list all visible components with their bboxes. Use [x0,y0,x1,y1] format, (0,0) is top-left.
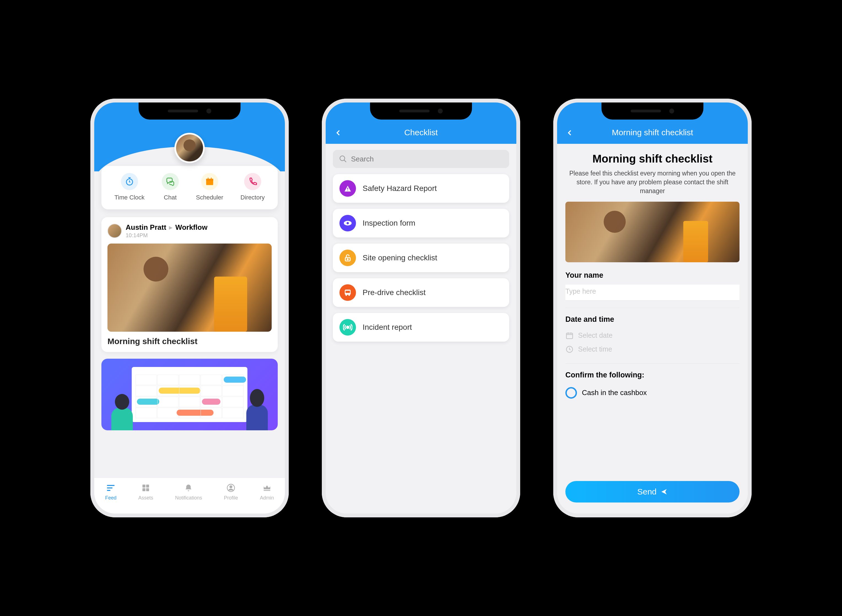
tab-label: Admin [260,495,274,501]
feed-post[interactable]: Austin Pratt ▸ Workflow 10:14PM Morning … [101,217,278,352]
search-icon [339,155,347,163]
phone-checklist: Checklist Safety Hazard Report Inspectio… [322,98,520,518]
eye-icon [339,215,356,232]
svg-rect-7 [142,488,145,491]
profile-icon [225,483,236,493]
svg-point-15 [347,259,348,260]
tab-label: Feed [105,495,117,501]
post-time: 10:14PM [126,232,272,239]
checklist-list: Safety Hazard Report Inspection form Sit… [326,174,516,342]
form-hero-image [565,202,739,262]
confirm-label: Confirm the following: [565,371,739,379]
svg-point-13 [347,222,349,224]
chat-icon [162,173,179,190]
quick-time-clock[interactable]: Time Clock [114,173,144,201]
time-field[interactable]: Select time [565,342,739,356]
quick-label: Time Clock [114,194,144,201]
search-bar[interactable] [333,150,509,168]
feed-screen: Time Clock Chat Scheduler Directory [94,103,285,513]
form-subtitle: Please feel this checklist every morning… [565,169,739,196]
breadcrumb-arrow-icon: ▸ [169,223,173,232]
svg-point-19 [349,295,350,296]
calendar-icon [201,173,218,190]
tab-profile[interactable]: Profile [224,483,238,501]
option-label: Cash in the cashbox [582,389,647,397]
item-label: Pre-drive checklist [362,288,426,297]
phone-icon [244,173,261,190]
post-author: Austin Pratt [126,223,166,232]
schedule-illustration [132,367,248,422]
quick-scheduler[interactable]: Scheduler [196,173,223,201]
phone-feed: Time Clock Chat Scheduler Directory [90,98,289,518]
confirm-option[interactable]: Cash in the cashbox [565,384,739,401]
send-label: Send [637,487,657,496]
page-title: Morning shift checklist [612,128,693,137]
send-button[interactable]: Send [565,481,739,503]
item-label: Incident report [362,323,412,332]
phone-form: Morning shift checklist Morning shift ch… [553,98,752,518]
name-label: Your name [565,271,739,280]
stopwatch-icon [121,173,138,190]
post-author-avatar[interactable] [107,224,122,238]
back-button[interactable] [333,127,344,138]
svg-rect-8 [146,488,149,491]
lock-icon [339,249,356,266]
quick-chat[interactable]: Chat [162,173,179,201]
search-input[interactable] [351,155,503,163]
quick-label: Scheduler [196,194,223,201]
svg-rect-2 [206,179,213,181]
svg-rect-17 [346,290,350,293]
send-icon [660,488,667,495]
bell-icon [183,483,194,493]
quick-directory[interactable]: Directory [241,173,265,201]
tab-assets[interactable]: Assets [138,483,153,501]
tab-notifications[interactable]: Notifications [175,483,202,501]
quick-label: Chat [164,194,177,201]
datetime-label: Date and time [565,315,739,324]
calendar-icon [565,331,574,340]
checklist-item[interactable]: Incident report [333,313,509,342]
svg-rect-6 [146,485,149,488]
date-field[interactable]: Select date [565,329,739,342]
checklist-item[interactable]: Inspection form [333,209,509,238]
svg-rect-3 [208,178,208,180]
date-placeholder: Select date [578,331,613,339]
bottom-tabs: Feed Assets Notifications Profile Admin [94,478,285,513]
post-image [107,243,272,332]
notch [601,103,703,120]
warning-icon [339,180,356,197]
checklist-item[interactable]: Site opening checklist [333,243,509,272]
svg-point-10 [230,486,232,488]
svg-rect-5 [142,485,145,488]
svg-rect-4 [211,178,211,180]
form-body[interactable]: Morning shift checklist Please feel this… [557,144,748,513]
svg-point-20 [347,326,349,329]
feed-icon [105,483,116,493]
tab-label: Notifications [175,495,202,501]
schedule-promo-card[interactable] [101,359,278,430]
feed-list[interactable]: Austin Pratt ▸ Workflow 10:14PM Morning … [94,210,285,430]
tab-feed[interactable]: Feed [105,483,117,501]
page-title: Checklist [404,128,438,137]
svg-point-18 [346,295,347,296]
quick-actions: Time Clock Chat Scheduler Directory [101,166,278,210]
back-button[interactable] [564,127,575,138]
time-placeholder: Select time [578,345,612,353]
checklist-item[interactable]: Safety Hazard Report [333,174,509,203]
item-label: Site opening checklist [362,254,437,262]
tab-admin[interactable]: Admin [260,483,274,501]
grid-icon [140,483,151,493]
tab-label: Assets [138,495,153,501]
form-title: Morning shift checklist [565,153,739,165]
radio-icon [565,387,577,399]
checklist-item[interactable]: Pre-drive checklist [333,278,509,307]
item-label: Safety Hazard Report [362,184,437,193]
post-title: Morning shift checklist [107,337,272,346]
quick-label: Directory [241,194,265,201]
notch [139,103,241,120]
divider [565,308,739,308]
svg-rect-21 [566,333,573,339]
name-input[interactable] [565,285,739,301]
notch [370,103,472,120]
user-avatar[interactable] [175,133,205,163]
